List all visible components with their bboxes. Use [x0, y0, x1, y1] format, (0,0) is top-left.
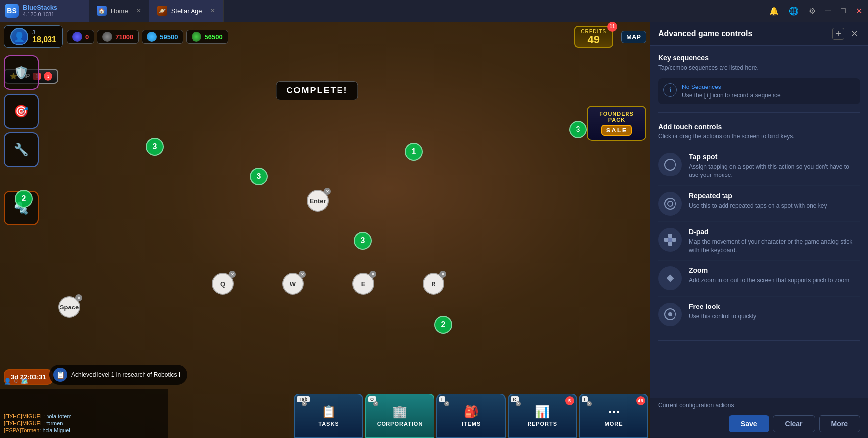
map-bubble-6[interactable]: 2: [434, 316, 452, 334]
credits-container[interactable]: CREDITS 49 11: [574, 26, 613, 48]
save-button[interactable]: Save: [729, 415, 769, 432]
map-bubble-3[interactable]: 3: [146, 138, 164, 156]
control-zoom[interactable]: Zoom Add zoom in or out to the screen th…: [658, 261, 860, 297]
panel-title: Advanced game controls: [658, 29, 752, 38]
key-r-close[interactable]: ✕: [439, 271, 446, 278]
svg-point-10: [668, 312, 672, 316]
achievement-icon: 📋: [53, 368, 67, 382]
energy-icon: [72, 32, 82, 42]
food-icon: [102, 32, 112, 42]
chat-name-1: [ПУНС]MIGUEL: [4, 420, 43, 426]
compass-btn[interactable]: 🎯: [4, 94, 39, 129]
tap-spot-desc: Assign tapping on a spot with this actio…: [689, 163, 860, 179]
logo-text: BlueStacks 4.120.0.1081: [23, 4, 57, 18]
maximize-btn[interactable]: □: [839, 4, 848, 17]
key-w-close[interactable]: ✕: [299, 271, 306, 278]
more-key-x: ✕: [587, 401, 592, 406]
tab-stellar-age-close[interactable]: ✕: [210, 7, 215, 14]
control-tap-spot[interactable]: Tap spot Assign tapping on a spot with t…: [658, 147, 860, 186]
minimize-btn[interactable]: ─: [823, 4, 833, 17]
close-btn[interactable]: ✕: [854, 4, 864, 18]
dpad-desc: Map the movement of your character or th…: [689, 238, 860, 255]
key-enter[interactable]: Enter ✕: [307, 190, 329, 212]
tap-spot-name: Tap spot: [689, 153, 860, 161]
key-e[interactable]: E ✕: [352, 273, 374, 295]
power-value: 56500: [204, 33, 222, 41]
title-bar: BS BlueStacks 4.120.0.1081 🏠 Home ✕ 🪐 St…: [0, 0, 868, 22]
tab-corporation[interactable]: O ✕ 🏢 CORPORATION: [365, 394, 434, 438]
map-bubble-3b[interactable]: 3: [569, 121, 587, 138]
touch-controls-section: Add touch controls Click or drag the act…: [658, 123, 860, 341]
svg-rect-4: [668, 242, 672, 246]
control-repeated-tap[interactable]: Repeated tap Use this to add repeated ta…: [658, 186, 860, 222]
map-bubble-4[interactable]: 3: [250, 168, 268, 185]
player-gold: 18,031: [32, 35, 56, 44]
credits-badge: 11: [607, 22, 617, 32]
zoom-icon: [658, 266, 682, 290]
items-icon: 🎒: [464, 405, 479, 419]
panel-close-button[interactable]: ✕: [848, 28, 860, 40]
titlebar-controls: 🔔 🌐 ⚙ ─ □ ✕: [767, 4, 868, 18]
tab-stellar-age[interactable]: 🪐 Stellar Age ✕: [149, 0, 224, 22]
game-bottom: [ПУНС]MIGUEL: hola totem [ПУНС]MIGUEL: t…: [0, 389, 650, 438]
player-avatar: 👤: [10, 28, 28, 45]
notifications-icon[interactable]: 🔔: [767, 4, 781, 18]
bottom-action-tabs: Tab ✕ 📋 TASKS O ✕ 🏢 CORPORATION I ✕: [168, 389, 650, 438]
zoom-desc: Add zoom in or out to the screen that su…: [689, 276, 860, 285]
resource-food: 71000: [97, 30, 139, 44]
resource-power: 56500: [186, 30, 228, 44]
repeated-tap-name: Repeated tap: [689, 192, 860, 200]
resource-energy: 0: [67, 30, 94, 44]
founders-pack[interactable]: FOUNDERS PACK SALE: [587, 106, 646, 141]
control-dpad[interactable]: D-pad Map the movement of your character…: [658, 222, 860, 261]
panel-footer-section-label: Current configuration actions: [650, 398, 868, 409]
key-q-close[interactable]: ✕: [229, 271, 236, 278]
founders-pack-label: FOUNDERS PACK: [592, 111, 641, 123]
map-bubble-5[interactable]: 3: [354, 232, 372, 250]
add-control-button[interactable]: +: [832, 28, 844, 40]
tab-tasks[interactable]: Tab ✕ 📋 TASKS: [294, 394, 363, 438]
key-q[interactable]: Q ✕: [212, 273, 234, 295]
free-look-info: Free look Use this control to quickly: [689, 303, 860, 321]
key-sequences-section: Key sequences Tap/combo sequences are li…: [658, 54, 860, 113]
tab-home-close[interactable]: ✕: [136, 7, 141, 14]
key-space[interactable]: Space ✕: [58, 296, 80, 318]
touch-controls-title: Add touch controls: [658, 123, 860, 131]
key-w[interactable]: W ✕: [282, 273, 304, 295]
svg-rect-6: [672, 238, 676, 242]
key-space-close[interactable]: ✕: [75, 294, 82, 301]
footer-actions: Save Clear More: [729, 415, 860, 432]
panel-content: Key sequences Tap/combo sequences are li…: [650, 46, 868, 398]
repeated-tap-info: Repeated tap Use this to add repeated ta…: [689, 192, 860, 210]
svg-point-2: [668, 201, 673, 206]
player-info: 👤 3 18,031: [4, 25, 63, 48]
key-enter-close[interactable]: ✕: [324, 188, 331, 195]
map-bubble-1[interactable]: 1: [405, 143, 423, 161]
no-sequences-link[interactable]: No Sequences: [682, 84, 721, 90]
dpad-name: D-pad: [689, 228, 860, 236]
settings-icon[interactable]: ⚙: [807, 4, 818, 18]
tab-more[interactable]: I ✕ ⋯ MORE 49: [579, 394, 648, 438]
map-bubble-2[interactable]: 2: [15, 190, 33, 208]
dpad-info: D-pad Map the movement of your character…: [689, 228, 860, 255]
logo-icon: BS: [5, 4, 19, 18]
globe-icon[interactable]: 🌐: [787, 4, 801, 18]
tasks-label: TASKS: [318, 421, 338, 427]
clear-button[interactable]: Clear: [773, 415, 815, 432]
key-r[interactable]: R ✕: [423, 273, 444, 295]
tab-reports[interactable]: R ✕ 📊 REPORTS 5: [508, 394, 577, 438]
key-e-close[interactable]: ✕: [369, 271, 376, 278]
control-free-look[interactable]: Free look Use this control to quickly: [658, 297, 860, 332]
chat-line-2: [ESPA]Tormen: hola Miguel: [4, 427, 164, 433]
tab-home[interactable]: 🏠 Home ✕: [89, 0, 149, 22]
game-ui: 👤 3 18,031 0 71000: [0, 22, 650, 438]
more-button[interactable]: More: [819, 415, 860, 432]
panel-footer: Save Clear More: [650, 409, 868, 438]
main-area: 👤 3 18,031 0 71000: [0, 22, 868, 438]
zoom-name: Zoom: [689, 266, 860, 274]
complete-banner: COMPLETE!: [276, 81, 358, 100]
tools-btn[interactable]: 🔧: [4, 132, 39, 167]
map-button[interactable]: MAP: [621, 31, 646, 43]
tab-items[interactable]: I ✕ 🎒 ITEMS: [436, 394, 506, 438]
shield-btn[interactable]: 🛡️: [4, 55, 39, 90]
